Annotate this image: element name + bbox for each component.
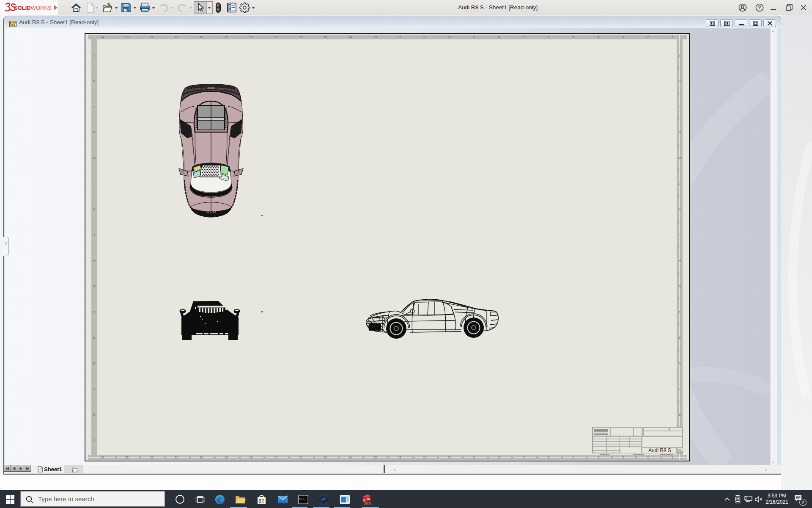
svg-text:2021: 2021 bbox=[364, 502, 372, 505]
svg-text:C:\_: C:\_ bbox=[299, 497, 306, 500]
svg-text:W: W bbox=[367, 497, 370, 502]
svg-text:?: ? bbox=[758, 5, 761, 11]
